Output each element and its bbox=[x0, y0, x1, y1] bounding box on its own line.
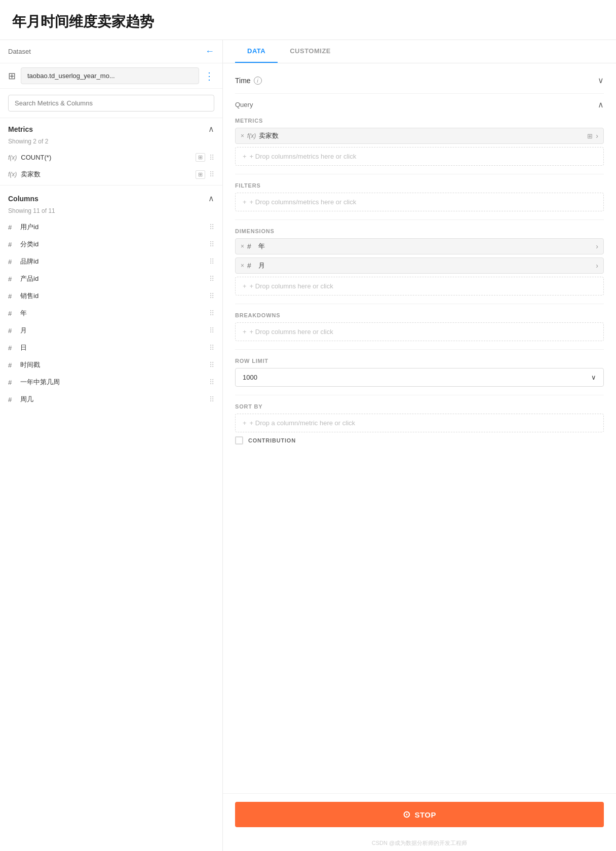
list-item[interactable]: # 产品id ⠿ bbox=[0, 270, 222, 287]
hash-icon: # bbox=[8, 327, 16, 335]
dimension-arrow-icon[interactable]: › bbox=[596, 242, 598, 250]
hash-icon: # bbox=[8, 292, 16, 300]
hash-icon: # bbox=[8, 310, 16, 317]
breakdowns-drop-zone[interactable]: + + Drop columns here or click bbox=[235, 322, 604, 341]
dimension-arrow-icon[interactable]: › bbox=[596, 262, 598, 270]
filters-label: FILTERS bbox=[235, 182, 604, 189]
hash-icon: # bbox=[8, 241, 16, 248]
list-item[interactable]: # 销售id ⠿ bbox=[0, 287, 222, 305]
contribution-checkbox[interactable] bbox=[235, 436, 243, 445]
dimensions-drop-zone[interactable]: + + Drop columns here or click bbox=[235, 277, 604, 295]
hash-icon: # bbox=[8, 275, 16, 283]
drag-handle[interactable]: ⠿ bbox=[209, 309, 214, 317]
drag-handle[interactable]: ⠿ bbox=[209, 223, 214, 231]
back-icon[interactable]: ← bbox=[205, 46, 214, 57]
list-item[interactable]: # 周几 ⠿ bbox=[0, 391, 222, 408]
plus-icon: + bbox=[243, 282, 247, 290]
time-chevron[interactable]: ∨ bbox=[598, 76, 604, 85]
query-chevron[interactable]: ∧ bbox=[598, 100, 604, 109]
dimension-tag-year[interactable]: × # 年 › bbox=[235, 238, 604, 254]
metric-active-tag[interactable]: × f(x) 卖家数 ⊞ › bbox=[235, 128, 604, 144]
columns-section-header: Columns ∧ bbox=[0, 188, 222, 207]
col-day: 日 bbox=[20, 343, 205, 352]
search-input[interactable] bbox=[8, 95, 214, 112]
list-item[interactable]: # 日 ⠿ bbox=[0, 339, 222, 356]
drag-handle[interactable]: ⠿ bbox=[209, 395, 214, 403]
dimensions-subsection: DIMENSIONS × # 年 › × # 月 › bbox=[235, 228, 604, 295]
breakdowns-label: BREAKDOWNS bbox=[235, 312, 604, 318]
dimension-tag-month[interactable]: × # 月 › bbox=[235, 257, 604, 274]
filters-drop-zone[interactable]: + + Drop columns/metrics here or click bbox=[235, 193, 604, 211]
time-text: Time bbox=[235, 77, 251, 85]
stop-icon: ⊙ bbox=[403, 809, 411, 820]
list-item[interactable]: # 一年中第几周 ⠿ bbox=[0, 374, 222, 391]
hash-icon: # bbox=[8, 396, 16, 403]
breakdowns-drop-text: + Drop columns here or click bbox=[250, 328, 333, 336]
contribution-row: CONTRIBUTION bbox=[235, 436, 604, 445]
list-item[interactable]: # 品牌id ⠿ bbox=[0, 253, 222, 270]
sort-by-drop-zone[interactable]: + + Drop a column/metric here or click bbox=[235, 414, 604, 432]
stop-button[interactable]: ⊙ STOP bbox=[235, 802, 604, 827]
close-icon[interactable]: × bbox=[241, 132, 244, 139]
drag-handle[interactable]: ⠿ bbox=[209, 292, 214, 300]
columns-showing: Showing 11 of 11 bbox=[0, 207, 222, 218]
list-item[interactable]: # 时间戳 ⠿ bbox=[0, 356, 222, 374]
metric-seller: 卖家数 bbox=[21, 170, 191, 179]
right-scrollable: Time i ∨ Query ∧ METRICS × f(x) bbox=[223, 63, 616, 793]
metric-tag-icon: ⊞ bbox=[196, 170, 205, 179]
metric-func: f(x) bbox=[247, 132, 256, 139]
drag-handle[interactable]: ⠿ bbox=[209, 275, 214, 283]
dimensions-label: DIMENSIONS bbox=[235, 228, 604, 234]
drag-handle[interactable]: ⠿ bbox=[209, 361, 214, 369]
hash-icon: # bbox=[247, 242, 255, 250]
list-item[interactable]: f(x) 卖家数 ⊞ ⠿ bbox=[0, 166, 222, 183]
row-limit-subsection: ROW LIMIT 1000 ∨ bbox=[235, 358, 604, 387]
plus-icon: + bbox=[243, 153, 247, 160]
metrics-subsection-label: METRICS bbox=[235, 118, 604, 124]
metrics-section-header: Metrics ∧ bbox=[0, 118, 222, 138]
list-item[interactable]: f(x) COUNT(*) ⊞ ⠿ bbox=[0, 149, 222, 166]
list-item[interactable]: # 月 ⠿ bbox=[0, 322, 222, 339]
metric-count: COUNT(*) bbox=[21, 154, 191, 161]
hash-icon: # bbox=[247, 262, 255, 270]
drag-handle[interactable]: ⠿ bbox=[209, 257, 214, 266]
drag-handle[interactable]: ⠿ bbox=[209, 326, 214, 335]
metrics-drop-zone[interactable]: + + Drop columns/metrics here or click bbox=[235, 147, 604, 166]
more-options-icon[interactable]: ⋮ bbox=[204, 70, 214, 82]
list-item[interactable]: # 年 ⠿ bbox=[0, 305, 222, 322]
col-week-of-year: 一年中第几周 bbox=[20, 378, 205, 387]
close-icon[interactable]: × bbox=[241, 243, 244, 250]
dataset-name[interactable]: taobao.td_userlog_year_mo... bbox=[21, 67, 199, 84]
drag-handle[interactable]: ⠿ bbox=[209, 378, 214, 386]
plus-icon: + bbox=[243, 419, 247, 427]
page-title: 年月时间维度卖家趋势 bbox=[0, 0, 616, 40]
metrics-section-title: Metrics bbox=[8, 125, 33, 133]
hash-icon: # bbox=[8, 344, 16, 352]
col-product-id: 产品id bbox=[20, 274, 205, 283]
dimension-year: 年 bbox=[258, 242, 593, 251]
tab-data[interactable]: DATA bbox=[235, 40, 278, 63]
time-section-header[interactable]: Time i ∨ bbox=[235, 71, 604, 94]
dataset-label: Dataset bbox=[8, 48, 201, 55]
metrics-subsection: METRICS × f(x) 卖家数 ⊞ › + + Drop columns/… bbox=[235, 118, 604, 166]
row-limit-display[interactable]: 1000 ∨ bbox=[235, 368, 604, 387]
metric-arrow-icon[interactable]: › bbox=[596, 132, 598, 140]
tab-customize[interactable]: CUSTOMIZE bbox=[278, 40, 343, 63]
drag-handle[interactable]: ⠿ bbox=[209, 344, 214, 352]
hash-icon: # bbox=[8, 258, 16, 266]
drag-handle[interactable]: ⠿ bbox=[209, 240, 214, 248]
watermark: CSDN @成为数据分析师的开发工程师 bbox=[223, 835, 616, 851]
metrics-chevron[interactable]: ∧ bbox=[208, 124, 214, 134]
drag-handle[interactable]: ⠿ bbox=[209, 154, 214, 162]
drag-handle[interactable]: ⠿ bbox=[209, 170, 214, 178]
list-item[interactable]: # 用户id ⠿ bbox=[0, 218, 222, 236]
col-cat-id: 分类id bbox=[20, 240, 205, 249]
query-section-header[interactable]: Query ∧ bbox=[235, 94, 604, 116]
list-item[interactable]: # 分类id ⠿ bbox=[0, 236, 222, 253]
metrics-showing: Showing 2 of 2 bbox=[0, 138, 222, 149]
col-sales-id: 销售id bbox=[20, 291, 205, 301]
dimension-month: 月 bbox=[258, 261, 593, 270]
columns-chevron[interactable]: ∧ bbox=[208, 194, 214, 203]
close-icon[interactable]: × bbox=[241, 262, 244, 269]
filters-subsection: FILTERS + + Drop columns/metrics here or… bbox=[235, 182, 604, 211]
